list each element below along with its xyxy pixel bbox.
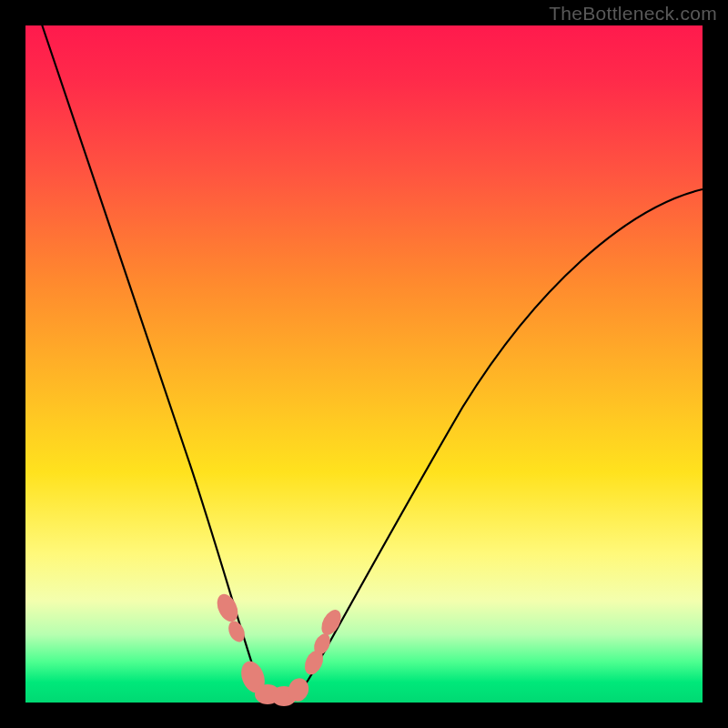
bottleneck-curve-path — [39, 16, 703, 701]
watermark-text: TheBottleneck.com — [549, 3, 717, 25]
chart-frame — [16, 16, 712, 712]
bottleneck-curve-svg — [25, 25, 703, 703]
curve-marker-group — [213, 591, 345, 706]
plot-gradient-background — [25, 25, 703, 703]
